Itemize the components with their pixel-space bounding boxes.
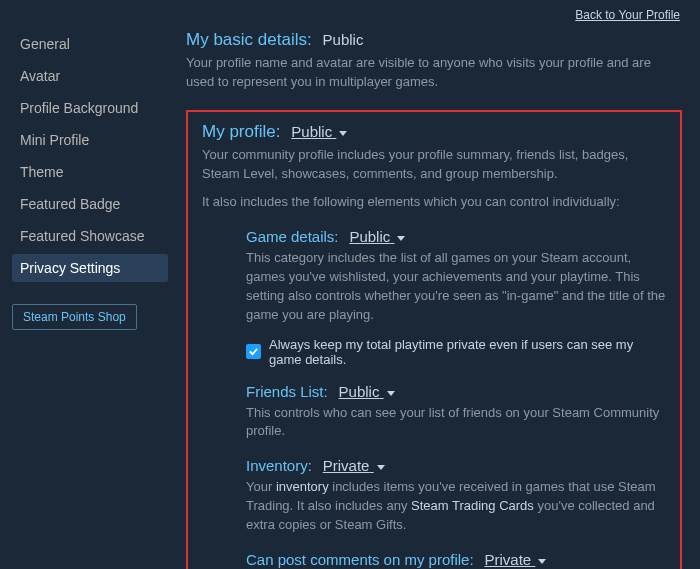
sidebar-item-avatar[interactable]: Avatar [12,62,168,90]
friends-list-section: Friends List: Public This controls who c… [246,383,666,442]
inventory-title: Inventory: [246,457,312,474]
playtime-checkbox-row: Always keep my total playtime private ev… [246,337,666,367]
chevron-down-icon [397,236,405,241]
comments-section: Can post comments on my profile: Private [246,551,666,568]
playtime-checkbox-label: Always keep my total playtime private ev… [269,337,666,367]
sidebar-item-mini-profile[interactable]: Mini Profile [12,126,168,154]
main-content: My basic details: Public Your profile na… [178,30,700,569]
friends-list-title: Friends List: [246,383,328,400]
basic-details-title: My basic details: [186,30,312,49]
chevron-down-icon [377,465,385,470]
my-profile-section: My profile: Public Your community profil… [186,110,682,569]
sidebar-item-theme[interactable]: Theme [12,158,168,186]
my-profile-desc2: It also includes the following elements … [202,193,666,212]
sidebar-item-featured-showcase[interactable]: Featured Showcase [12,222,168,250]
game-details-desc: This category includes the list of all g… [246,249,666,324]
chevron-down-icon [339,131,347,136]
sidebar: General Avatar Profile Background Mini P… [0,30,178,569]
basic-details-section: My basic details: Public Your profile na… [186,30,682,92]
comments-title: Can post comments on my profile: [246,551,474,568]
basic-details-value: Public [323,31,364,48]
inventory-section: Inventory: Private Your inventory includ… [246,457,666,535]
my-profile-desc: Your community profile includes your pro… [202,146,666,184]
game-details-dropdown[interactable]: Public [349,228,394,245]
inventory-dropdown[interactable]: Private [323,457,374,474]
game-details-title: Game details: [246,228,339,245]
basic-details-desc: Your profile name and avatar are visible… [186,54,682,92]
friends-list-dropdown[interactable]: Public [339,383,384,400]
back-to-profile-link[interactable]: Back to Your Profile [575,8,680,22]
steam-points-shop-button[interactable]: Steam Points Shop [12,304,137,330]
my-profile-title: My profile: [202,122,280,141]
playtime-private-checkbox[interactable] [246,344,261,359]
game-details-section: Game details: Public This category inclu… [246,228,666,366]
comments-dropdown[interactable]: Private [484,551,535,568]
chevron-down-icon [538,559,546,564]
friends-list-desc: This controls who can see your list of f… [246,404,666,442]
chevron-down-icon [387,391,395,396]
check-icon [248,346,259,357]
sidebar-item-profile-background[interactable]: Profile Background [12,94,168,122]
sidebar-item-featured-badge[interactable]: Featured Badge [12,190,168,218]
my-profile-dropdown[interactable]: Public [291,123,336,140]
sidebar-item-general[interactable]: General [12,30,168,58]
inventory-desc: Your inventory includes items you've rec… [246,478,666,535]
page-layout: General Avatar Profile Background Mini P… [0,0,700,569]
sub-settings: Game details: Public This category inclu… [202,228,666,569]
sidebar-item-privacy-settings[interactable]: Privacy Settings [12,254,168,282]
